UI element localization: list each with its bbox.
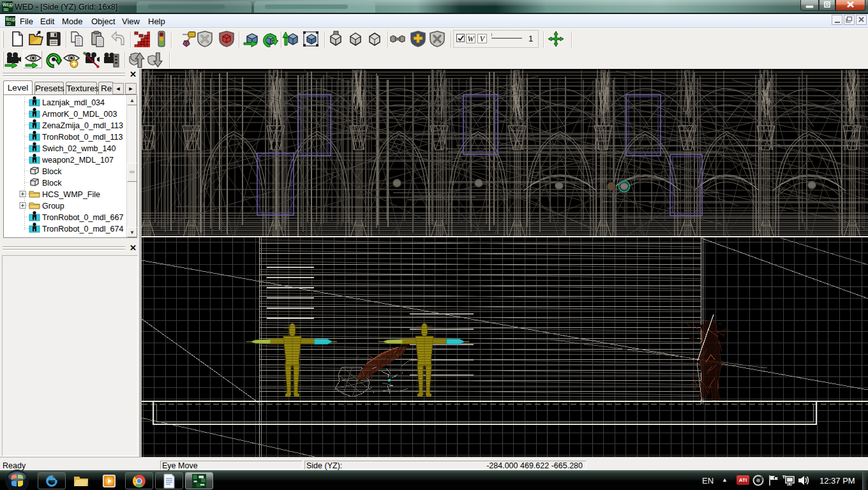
- svg-text:3D: 3D: [6, 22, 11, 26]
- svg-text:3D: 3D: [3, 8, 8, 11]
- svg-text:WED: WED: [6, 17, 15, 22]
- svg-text:WED: WED: [3, 3, 13, 7]
